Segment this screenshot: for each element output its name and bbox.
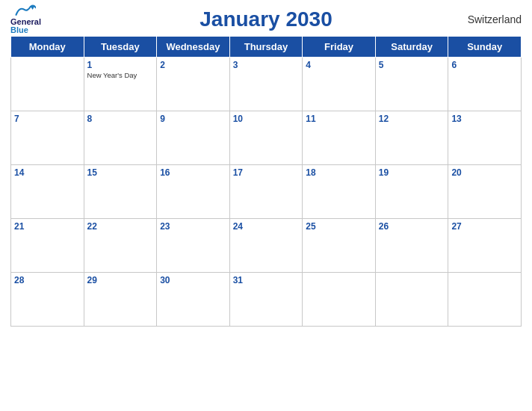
calendar-header: General Blue January 2030 Switzerland <box>10 7 522 31</box>
week-row-4: 21222324252627 <box>11 219 522 273</box>
logo: General Blue <box>10 4 41 34</box>
calendar-cell <box>448 273 522 327</box>
week-row-5: 28293031 <box>11 273 522 327</box>
day-number: 4 <box>306 60 372 70</box>
day-number: 30 <box>160 275 226 285</box>
calendar-cell: 16 <box>157 165 230 219</box>
day-number: 21 <box>14 221 81 232</box>
day-number: 26 <box>379 221 445 232</box>
day-number: 14 <box>14 167 81 178</box>
day-number: 22 <box>87 221 154 232</box>
calendar-cell: 13 <box>448 111 522 165</box>
day-number: 5 <box>379 60 445 70</box>
calendar-header-row: MondayTuesdayWednesdayThursdayFridaySatu… <box>11 37 522 58</box>
day-number: 12 <box>379 114 445 124</box>
calendar-cell: 20 <box>448 165 522 219</box>
day-number: 25 <box>306 221 372 232</box>
day-number: 16 <box>160 167 226 178</box>
calendar-cell: 17 <box>229 165 303 219</box>
calendar-cell: 15 <box>84 165 157 219</box>
day-number: 9 <box>160 114 226 124</box>
day-number: 17 <box>233 167 300 178</box>
logo-blue: Blue <box>10 26 28 34</box>
calendar-cell: 11 <box>303 111 376 165</box>
day-number: 18 <box>306 167 372 178</box>
week-row-1: 1New Year's Day23456 <box>11 58 522 111</box>
calendar-table: MondayTuesdayWednesdayThursdayFridaySatu… <box>10 36 522 327</box>
day-number: 6 <box>451 60 518 70</box>
day-number: 19 <box>379 167 445 178</box>
country-label: Switzerland <box>468 13 522 25</box>
calendar-cell: 24 <box>229 219 303 273</box>
calendar-cell: 31 <box>229 273 303 327</box>
day-number: 8 <box>87 114 154 124</box>
week-row-2: 78910111213 <box>11 111 522 165</box>
day-number: 20 <box>451 167 518 178</box>
calendar-cell: 12 <box>375 111 448 165</box>
holiday-label: New Year's Day <box>87 71 154 79</box>
calendar-cell: 10 <box>229 111 303 165</box>
calendar-cell: 26 <box>375 219 448 273</box>
logo-icon <box>15 4 36 18</box>
day-number: 1 <box>87 60 154 70</box>
day-number: 24 <box>233 221 300 232</box>
dow-header-friday: Friday <box>303 37 376 58</box>
calendar-cell: 27 <box>448 219 522 273</box>
dow-header-saturday: Saturday <box>375 37 448 58</box>
day-number: 10 <box>233 114 300 124</box>
calendar-cell: 18 <box>303 165 376 219</box>
logo-text: General Blue <box>10 18 41 34</box>
day-number: 7 <box>14 114 81 124</box>
dow-header-monday: Monday <box>11 37 84 58</box>
calendar-cell: 22 <box>84 219 157 273</box>
day-number: 15 <box>87 167 154 178</box>
calendar-cell: 3 <box>229 58 303 111</box>
calendar-cell <box>303 273 376 327</box>
day-number: 2 <box>160 60 226 70</box>
calendar-cell: 21 <box>11 219 84 273</box>
day-number: 23 <box>160 221 226 232</box>
week-row-3: 14151617181920 <box>11 165 522 219</box>
day-number: 3 <box>233 60 300 70</box>
dow-header-wednesday: Wednesday <box>157 37 230 58</box>
calendar-title: January 2030 <box>200 7 332 31</box>
calendar-cell: 30 <box>157 273 230 327</box>
calendar-cell <box>11 58 84 111</box>
calendar-cell: 5 <box>375 58 448 111</box>
calendar-cell: 1New Year's Day <box>84 58 157 111</box>
day-number: 27 <box>451 221 518 232</box>
dow-header-tuesday: Tuesday <box>84 37 157 58</box>
dow-header-sunday: Sunday <box>448 37 522 58</box>
calendar-cell: 2 <box>157 58 230 111</box>
calendar-cell: 25 <box>303 219 376 273</box>
calendar-cell: 29 <box>84 273 157 327</box>
calendar-cell: 28 <box>11 273 84 327</box>
day-number: 29 <box>87 275 154 285</box>
calendar-cell: 8 <box>84 111 157 165</box>
calendar-cell <box>375 273 448 327</box>
calendar-cell: 19 <box>375 165 448 219</box>
calendar-cell: 4 <box>303 58 376 111</box>
day-number: 11 <box>306 114 372 124</box>
dow-header-thursday: Thursday <box>229 37 303 58</box>
day-number: 13 <box>451 114 518 124</box>
calendar-container: General Blue January 2030 Switzerland Mo… <box>0 0 532 411</box>
calendar-cell: 23 <box>157 219 230 273</box>
calendar-cell: 14 <box>11 165 84 219</box>
calendar-cell: 7 <box>11 111 84 165</box>
calendar-cell: 6 <box>448 58 522 111</box>
calendar-cell: 9 <box>157 111 230 165</box>
day-number: 31 <box>233 275 300 285</box>
day-number: 28 <box>14 275 81 285</box>
